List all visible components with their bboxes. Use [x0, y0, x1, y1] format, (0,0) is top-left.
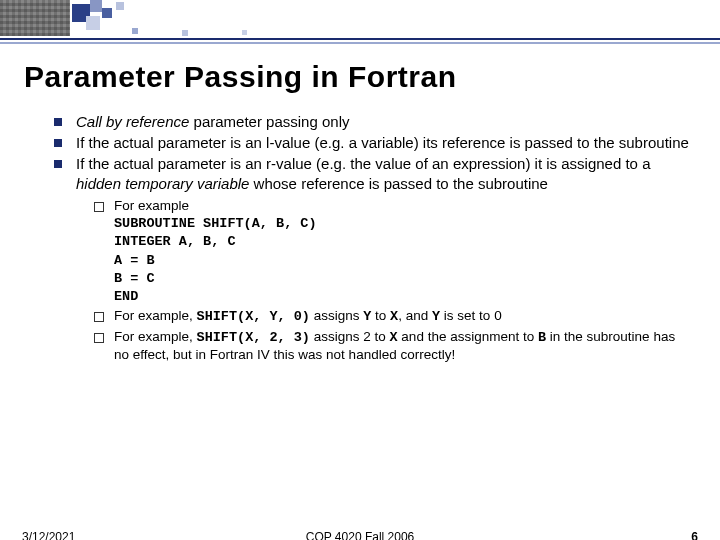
bullet-3: If the actual parameter is an r-value (e… — [54, 154, 690, 363]
sub-bullet-1: For example SUBROUTINE SHIFT(A, B, C) IN… — [94, 197, 690, 306]
bullet-2: If the actual parameter is an l-value (e… — [54, 133, 690, 152]
s2-code: SHIFT(X, Y, 0) — [197, 309, 310, 324]
code-line-5: END — [114, 289, 138, 304]
s2a: For example, — [114, 308, 197, 323]
s3-code: SHIFT(X, 2, 3) — [197, 330, 310, 345]
code-line-3: A = B — [114, 253, 155, 268]
s2-x: X — [390, 309, 398, 324]
header-decoration — [0, 0, 720, 46]
bullet-list: Call by reference parameter passing only… — [54, 112, 690, 363]
slide-title: Parameter Passing in Fortran — [24, 60, 720, 94]
s3-x: X — [390, 330, 398, 345]
code-line-2: INTEGER A, B, C — [114, 234, 236, 249]
footer-date: 3/12/2021 — [22, 530, 75, 540]
code-line-1: SUBROUTINE SHIFT(A, B, C) — [114, 216, 317, 231]
sub-bullet-list: For example SUBROUTINE SHIFT(A, B, C) IN… — [94, 197, 690, 363]
sub1-intro: For example — [114, 198, 189, 213]
sub-bullet-3: For example, SHIFT(X, 2, 3) assigns 2 to… — [94, 328, 690, 364]
s2d: , and — [398, 308, 432, 323]
sub-bullet-2: For example, SHIFT(X, Y, 0) assigns Y to… — [94, 307, 690, 325]
s2b: assigns — [310, 308, 363, 323]
bullet-1-rest: parameter passing only — [189, 113, 349, 130]
bullet-3-c: whose reference is passed to the subrout… — [249, 175, 548, 192]
header-rule-1 — [0, 38, 720, 40]
decorative-squares — [72, 0, 332, 40]
footer-page-number: 6 — [691, 530, 698, 540]
slide-content: Call by reference parameter passing only… — [54, 112, 690, 363]
s2e: is set to 0 — [440, 308, 502, 323]
s3b: assigns 2 to — [310, 329, 390, 344]
s2c: to — [371, 308, 390, 323]
bullet-1-emph: Call by reference — [76, 113, 189, 130]
s2-y2: Y — [432, 309, 440, 324]
header-rule-2 — [0, 42, 720, 44]
building-graphic — [0, 0, 70, 36]
bullet-1: Call by reference parameter passing only — [54, 112, 690, 131]
bullet-3-a: If the actual parameter is an r-value (e… — [76, 155, 650, 172]
s3-B: B — [538, 330, 546, 345]
footer-course: COP 4020 Fall 2006 — [306, 530, 415, 540]
s3c: and the assignment to — [398, 329, 538, 344]
code-line-4: B = C — [114, 271, 155, 286]
bullet-3-emph: hidden temporary variable — [76, 175, 249, 192]
s3a: For example, — [114, 329, 197, 344]
